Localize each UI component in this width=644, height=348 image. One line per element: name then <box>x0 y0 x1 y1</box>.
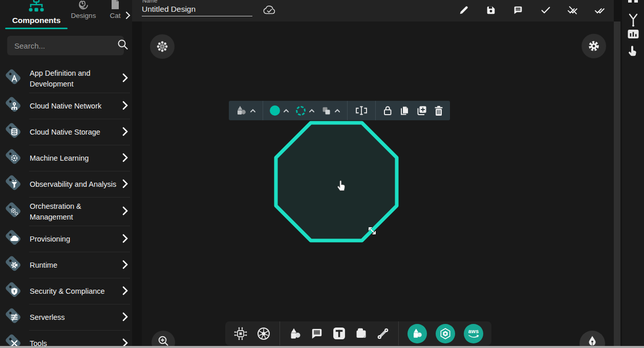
sidebar-item-app-definition[interactable]: App Definition and Development <box>0 64 132 93</box>
fill-color-icon[interactable] <box>270 105 289 116</box>
hand-cursor-icon <box>335 178 347 191</box>
tab-designs-label: Designs <box>68 12 99 19</box>
tab-components[interactable]: Components <box>5 0 68 29</box>
toolbar-divider <box>263 101 263 120</box>
sidebar-item-cloud-native-storage[interactable]: Cloud Native Storage <box>0 119 132 145</box>
toolbar-divider <box>398 321 399 345</box>
tab-designs[interactable]: Designs <box>68 0 99 19</box>
duplicate-icon[interactable] <box>399 105 410 116</box>
sidebar-item-runtime[interactable]: Runtime <box>0 252 132 278</box>
provisioning-tag-icon <box>3 227 25 252</box>
comment-icon[interactable] <box>310 327 324 340</box>
zoom-in-icon[interactable] <box>152 331 175 346</box>
shapes-provider-icon[interactable] <box>407 324 427 343</box>
app-definition-tag-icon <box>3 67 25 91</box>
gear-icon[interactable] <box>582 34 606 58</box>
sidebar-item-machine-learning[interactable]: Machine Learning <box>0 145 132 171</box>
edit-icon[interactable] <box>457 4 470 17</box>
touch-icon[interactable] <box>622 45 644 58</box>
hexagon-provider-icon[interactable] <box>436 324 455 343</box>
name-field-label: Name <box>142 0 157 4</box>
sidebar-item-orchestration[interactable]: Orchestration & Management <box>0 198 132 226</box>
designs-icon <box>68 0 99 12</box>
cloud-native-storage-tag-icon <box>3 120 25 145</box>
cloud-native-network-tag-icon <box>3 94 25 119</box>
canvas-bottom-toolbar: aws <box>225 321 491 345</box>
right-rail <box>622 0 644 348</box>
catalog-icon <box>105 0 125 12</box>
pen-nib-icon[interactable] <box>579 331 605 346</box>
text-icon[interactable] <box>332 327 346 340</box>
double-check-icon[interactable] <box>593 4 607 17</box>
sidebar-item-observability[interactable]: Observability and Analysis <box>0 171 132 198</box>
window-bottom-edge <box>0 346 644 348</box>
chevron-up-icon <box>250 108 256 113</box>
save-icon[interactable] <box>484 4 498 17</box>
asterisk-gear-icon[interactable] <box>150 34 175 59</box>
delete-icon[interactable] <box>434 105 443 116</box>
sidebar-tabs: Components Designs Cat <box>0 0 132 30</box>
toolbar-divider <box>280 321 280 345</box>
panel-partial-icon[interactable] <box>622 0 644 4</box>
chevron-right-icon <box>122 179 128 190</box>
tab-catalog-label: Cat <box>105 12 125 19</box>
circuit-icon[interactable] <box>233 327 248 341</box>
runtime-tag-icon <box>3 253 25 278</box>
chevron-right-icon <box>122 73 128 84</box>
tab-scroll-right-icon[interactable] <box>125 11 131 21</box>
chevron-right-icon <box>122 260 128 271</box>
resize-handle-icon[interactable] <box>367 225 378 236</box>
component-search <box>7 36 124 55</box>
sidebar-item-provisioning[interactable]: Provisioning <box>0 226 132 252</box>
category-list: App Definition and Development Cloud Nat… <box>0 64 132 348</box>
chevron-right-icon <box>122 153 128 164</box>
check-icon[interactable] <box>539 4 552 17</box>
note-icon[interactable] <box>355 328 368 340</box>
stroke-style-icon[interactable] <box>296 106 315 116</box>
aws-provider-icon[interactable]: aws <box>464 324 483 343</box>
tab-components-label: Components <box>5 16 68 25</box>
components-icon <box>5 0 68 15</box>
add-to-board-icon[interactable] <box>416 105 427 116</box>
chevron-right-icon <box>122 127 128 138</box>
chevron-up-icon <box>283 108 289 113</box>
tab-catalog[interactable]: Cat <box>105 0 125 19</box>
aws-label: aws <box>464 328 483 334</box>
kubernetes-icon[interactable] <box>256 327 271 341</box>
shape-context-toolbar <box>229 101 450 120</box>
chevron-up-icon <box>334 108 340 113</box>
components-sidebar: Components Designs Cat App Defini <box>0 0 132 348</box>
merge-y-icon[interactable] <box>622 13 644 28</box>
rename-icon[interactable] <box>354 105 369 116</box>
shapes-menu-icon[interactable] <box>235 105 256 116</box>
sidebar-item-security[interactable]: Security & Compliance <box>0 278 132 304</box>
double-check-crossed-icon[interactable] <box>566 4 579 17</box>
shapes-icon[interactable] <box>289 328 302 340</box>
link-icon[interactable] <box>376 327 390 340</box>
chevron-right-icon <box>122 101 128 112</box>
search-input[interactable] <box>13 41 117 51</box>
lock-icon[interactable] <box>382 105 393 116</box>
sidebar-item-serverless[interactable]: Serverless <box>0 304 132 331</box>
chart-panel-icon[interactable] <box>622 29 644 40</box>
active-tab-underline <box>5 28 68 29</box>
design-name-input[interactable] <box>142 4 252 16</box>
chevron-right-icon <box>122 206 128 217</box>
toolbar-divider <box>347 101 348 120</box>
machine-learning-tag-icon <box>3 146 25 171</box>
cloud-saved-icon <box>263 5 276 17</box>
sidebar-item-cloud-native-network[interactable]: Cloud Native Network <box>0 93 132 119</box>
comment-icon[interactable] <box>511 4 525 17</box>
search-icon[interactable] <box>117 39 128 52</box>
chevron-right-icon <box>122 286 128 297</box>
design-header: Name <box>132 0 614 21</box>
security-tag-icon <box>3 279 25 304</box>
observability-tag-icon <box>3 172 25 197</box>
design-canvas[interactable]: aws <box>142 21 614 346</box>
canvas-scrollbar[interactable] <box>614 21 620 348</box>
toolbar-divider <box>375 101 376 120</box>
sidebar-item-tools[interactable]: Tools <box>0 331 132 348</box>
arrange-icon[interactable] <box>321 106 340 116</box>
serverless-tag-icon <box>3 306 25 330</box>
header-actions <box>457 3 607 18</box>
